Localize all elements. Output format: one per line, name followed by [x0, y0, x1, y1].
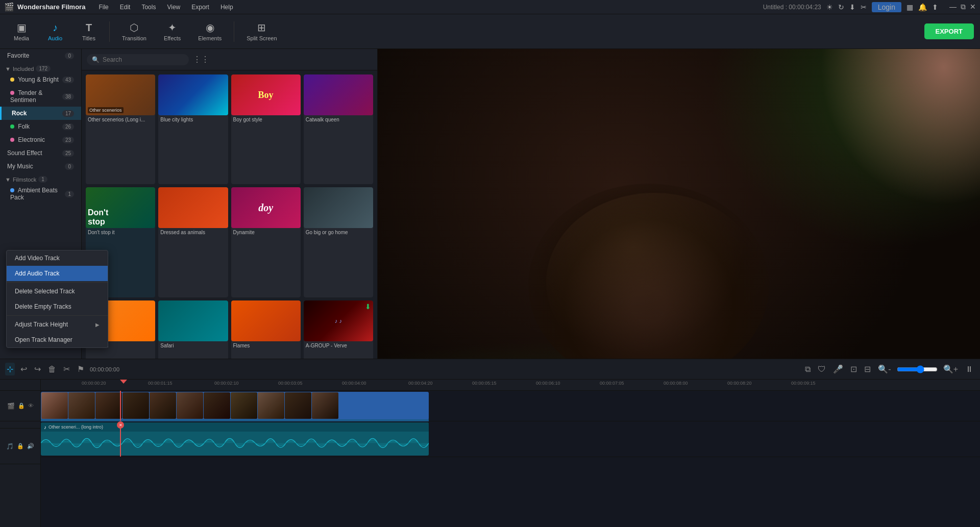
ctx-delete-selected-track[interactable]: Delete Selected Track [7, 284, 108, 299]
sun-icon[interactable]: ☀ [826, 3, 833, 11]
filmstock-label: Filmstock [13, 177, 36, 183]
track-audio-volume-button[interactable]: 🔊 [27, 443, 34, 450]
toolbar-divider-1 [109, 21, 110, 42]
media-label-2: Blue city lights [158, 115, 228, 124]
toolbar-transition[interactable]: ⬡ Transition [115, 18, 154, 44]
snap-button[interactable]: ⊡ [849, 363, 859, 375]
thumb-5: Don'tstop [86, 187, 155, 228]
frame-2 [68, 392, 95, 419]
app-logo: 🎬 Wondershare Filmora [4, 2, 85, 12]
media-item-2[interactable]: Blue city lights [158, 74, 228, 184]
toolbar-effects[interactable]: ✦ Effects [157, 18, 188, 44]
menu-file[interactable]: File [93, 3, 113, 12]
menu-view[interactable]: View [162, 3, 185, 12]
timeline-marker-button[interactable]: ⚑ [76, 363, 86, 375]
sound-effect-label: Sound Effect [7, 149, 42, 157]
ctx-add-audio-track[interactable]: Add Audio Track [7, 266, 108, 281]
fit-screen-button[interactable]: ⧉ [803, 363, 812, 375]
media-label-7: Dynamite [231, 228, 301, 237]
open-track-manager-label: Open Track Manager [15, 336, 72, 343]
menu-tools[interactable]: Tools [136, 3, 161, 12]
ctx-delete-empty-tracks[interactable]: Delete Empty Tracks [7, 299, 108, 314]
zoom-slider[interactable] [897, 365, 938, 373]
restore-button[interactable]: ⧉ [961, 3, 966, 11]
sidebar-item-rock[interactable]: Rock 17 [0, 107, 81, 120]
timeline-delete-button[interactable]: 🗑 [46, 363, 58, 375]
track-audio-lock-button[interactable]: 🔒 [17, 443, 24, 450]
timeline-cursor-button[interactable]: ⊹ [5, 363, 15, 375]
media-item-3[interactable]: Boy Boy got style [231, 74, 301, 184]
toolbar-elements[interactable]: ◉ Elements [191, 18, 229, 44]
media-item-4[interactable]: Catwalk queen [304, 74, 373, 184]
sidebar-item-folk[interactable]: Folk 26 [0, 120, 81, 133]
toolbar-media[interactable]: ▣ Media [6, 18, 37, 44]
toolbar: ▣ Media ♪ Audio T Titles ⬡ Transition ✦ … [0, 14, 980, 49]
close-button[interactable]: ✕ [970, 3, 976, 11]
timeline-area: ⊹ ↩ ↪ 🗑 ✂ ⚑ 00:00:00:00 ⧉ 🛡 🎤 ⊡ ⊟ 🔍- 🔍+ … [0, 359, 980, 527]
ctx-open-track-manager[interactable]: Open Track Manager [7, 332, 108, 347]
media-item-1[interactable]: Other scenerios Other scenerios (Long i.… [86, 74, 155, 184]
effects-icon: ✦ [168, 21, 177, 34]
media-item-7[interactable]: doy Dynamite [231, 187, 301, 297]
login-button[interactable]: Login [872, 2, 901, 12]
ruler-header [0, 380, 40, 391]
frame-5 [150, 392, 176, 419]
download-icon[interactable]: ⬇ [849, 3, 855, 11]
timeline-time-display: 00:00:00:00 [90, 366, 119, 372]
menu-export[interactable]: Export [186, 3, 214, 12]
zoom-in-button[interactable]: 🔍+ [942, 363, 960, 375]
timeline-undo-button[interactable]: ↩ [19, 363, 29, 375]
refresh-icon[interactable]: ↻ [838, 3, 844, 11]
minimize-button[interactable]: — [949, 3, 957, 11]
zoom-out-button[interactable]: 🔍- [876, 363, 892, 375]
export-button[interactable]: EXPORT [924, 23, 974, 39]
shield-button[interactable]: 🛡 [816, 363, 827, 375]
track-eye-button[interactable]: 👁 [28, 403, 34, 410]
delete-empty-tracks-label: Delete Empty Tracks [15, 303, 71, 310]
bell-icon[interactable]: 🔔 [918, 3, 927, 11]
thumb-2 [158, 74, 228, 115]
sidebar-item-favorite[interactable]: Favorite 0 [0, 49, 81, 62]
timeline-redo-button[interactable]: ↪ [33, 363, 42, 375]
ruler-0: 00:00:00:20 [82, 381, 106, 386]
media-item-8[interactable]: Go big or go home [304, 187, 373, 297]
media-item-6[interactable]: Dressed as animals [158, 187, 228, 297]
ctx-add-video-track[interactable]: Add Video Track [7, 250, 108, 266]
scissors-icon[interactable]: ✂ [861, 3, 867, 11]
menu-items: File Edit Tools View Export Help [93, 3, 238, 12]
frame-11 [312, 392, 338, 419]
mic-button[interactable]: 🎤 [831, 363, 845, 375]
tender-dot [10, 91, 14, 95]
thumb-7: doy [231, 187, 301, 228]
search-box[interactable]: 🔍 [87, 54, 189, 65]
sidebar-item-my-music[interactable]: My Music 0 [0, 160, 81, 173]
grid-view-icon[interactable]: ▦ [906, 3, 913, 11]
sidebar-section-included[interactable]: ▼ Included 172 [0, 62, 81, 73]
media-label-11: Flames [231, 341, 301, 350]
toolbar-audio[interactable]: ♪ Audio [40, 19, 70, 44]
menu-edit[interactable]: Edit [115, 3, 136, 12]
sidebar-section-filmstock[interactable]: ▼ Filmstock 1 [0, 173, 81, 184]
transition-icon: ⬡ [130, 21, 138, 34]
search-input[interactable] [103, 56, 184, 63]
sidebar-item-sound-effect[interactable]: Sound Effect 25 [0, 146, 81, 160]
sidebar-item-young-bright[interactable]: Young & Bright 43 [0, 73, 81, 86]
filmstock-collapse-icon: ▼ [5, 177, 11, 183]
toolbar-splitscreen[interactable]: ⊞ Split Screen [239, 18, 284, 44]
pause-timeline-button[interactable]: ⏸ [964, 363, 975, 375]
ctx-adjust-track-height[interactable]: Adjust Track Height ▶ [7, 317, 108, 332]
split-button[interactable]: ⊟ [863, 363, 872, 375]
timeline-cut-button[interactable]: ✂ [62, 363, 71, 375]
grid-layout-icon[interactable]: ⋮⋮ [193, 55, 209, 64]
track-headers: 🎬 🔒 👁 🎵 🔒 🔊 [0, 380, 41, 527]
sidebar-item-tender[interactable]: Tender & Sentimen 38 [0, 86, 81, 107]
menu-help[interactable]: Help [215, 3, 238, 12]
track-lock-button[interactable]: 🔒 [18, 403, 25, 410]
sidebar-item-electronic[interactable]: Electronic 23 [0, 133, 81, 146]
audio-clip[interactable]: ♪ Other sceneri... (long intro) [41, 422, 429, 456]
titles-icon: T [86, 22, 92, 34]
upload-icon[interactable]: ⬆ [932, 3, 938, 11]
sidebar-item-ambient-beats[interactable]: Ambient Beats Pack 1 [0, 184, 81, 204]
video-clip[interactable] [41, 392, 429, 420]
toolbar-titles[interactable]: T Titles [74, 19, 104, 44]
